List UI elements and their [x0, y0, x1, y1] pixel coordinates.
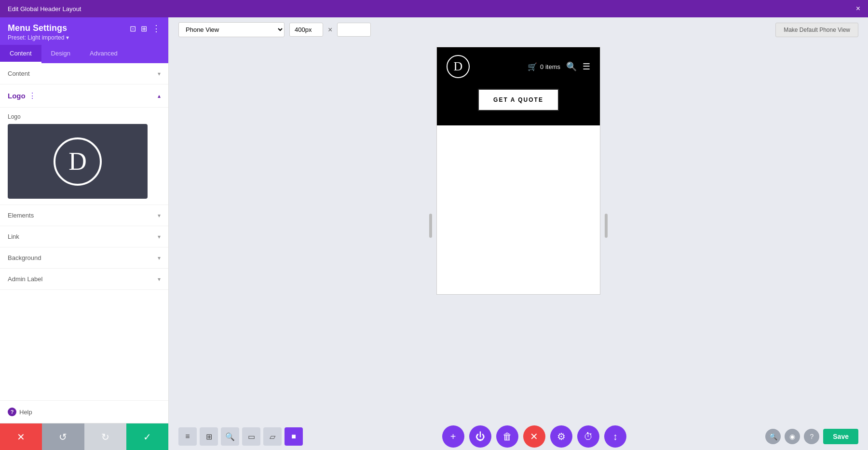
section-elements[interactable]: Elements ▾: [0, 205, 168, 226]
save-button[interactable]: Save: [823, 429, 858, 444]
phone-logo-circle: D: [447, 55, 470, 78]
sidebar: Menu Settings Preset: Light imported ▾ ⊡…: [0, 17, 169, 450]
section-logo-label: Logo: [8, 92, 26, 100]
phone-tool-button[interactable]: ■: [285, 427, 303, 446]
sidebar-title: Menu Settings: [8, 23, 69, 33]
list-tool-button[interactable]: ≡: [178, 427, 197, 446]
tab-advanced[interactable]: Advanced: [80, 45, 127, 63]
more-icon[interactable]: ⋮: [152, 23, 161, 34]
section-content[interactable]: Content ▾: [0, 63, 168, 84]
sidebar-preset: Preset: Light imported ▾: [8, 34, 69, 41]
search-icon[interactable]: 🔍: [566, 61, 577, 72]
add-button[interactable]: +: [442, 425, 464, 448]
settings-icon[interactable]: ⊡: [130, 24, 136, 33]
delete-button[interactable]: 🗑: [496, 425, 518, 448]
section-background[interactable]: Background ▾: [0, 247, 168, 269]
tab-design[interactable]: Design: [41, 45, 80, 63]
section-admin-label[interactable]: Admin Label ▾: [0, 269, 168, 290]
undo-button[interactable]: ↺: [42, 423, 84, 450]
columns-icon[interactable]: ⊞: [141, 24, 147, 33]
bottom-action-bar: ✕ ↺ ↻ ✓: [0, 423, 168, 450]
sidebar-footer: ? Help: [0, 400, 168, 423]
close-button[interactable]: ×: [856, 4, 860, 13]
canvas-area: Phone View Tablet View Desktop View × Ma…: [169, 17, 868, 450]
title-bar: Edit Global Header Layout ×: [0, 0, 868, 17]
canvas-tools-left: ≡ ⊞ 🔍 ▭ ▱ ■: [178, 427, 303, 446]
section-elements-label: Elements: [8, 212, 34, 219]
grid-tool-button[interactable]: ⊞: [200, 427, 218, 446]
cart-count: 0 items: [540, 63, 560, 70]
tabs: Content Design Advanced: [0, 45, 168, 63]
spacer-input[interactable]: [337, 23, 371, 37]
chevron-elements-icon: ▾: [158, 212, 161, 219]
width-input[interactable]: [289, 23, 323, 37]
canvas-toolbar: Phone View Tablet View Desktop View × Ma…: [169, 17, 868, 42]
logo-section: Logo D: [0, 108, 168, 205]
timer-button[interactable]: ⏱: [577, 425, 599, 448]
help-canvas-icon[interactable]: ?: [804, 429, 819, 444]
tab-content[interactable]: Content: [0, 45, 41, 63]
phone-body: [437, 125, 600, 294]
phone-header: D 🛒 0 items 🔍 ☰ GET A QUOTE: [437, 47, 600, 125]
canvas-bottom-toolbar: ≡ ⊞ 🔍 ▭ ▱ ■ + ⏻ 🗑 ✕ ⚙ ⏱ ↕ 🔍 ◉ ?: [169, 423, 868, 450]
make-default-button[interactable]: Make Default Phone View: [775, 23, 858, 37]
quote-button[interactable]: GET A QUOTE: [478, 89, 559, 111]
desktop-tool-button[interactable]: ▭: [242, 427, 260, 446]
chevron-down-icon: ▾: [158, 70, 161, 77]
resize-handle-right[interactable]: [605, 214, 608, 238]
sidebar-header: Menu Settings Preset: Light imported ▾ ⊡…: [0, 17, 168, 45]
logo-field-label: Logo: [8, 113, 161, 120]
settings-button[interactable]: ⚙: [550, 425, 572, 448]
section-link-label: Link: [8, 233, 19, 240]
hamburger-icon[interactable]: ☰: [583, 61, 590, 72]
redo-button[interactable]: ↻: [84, 423, 126, 450]
section-logo[interactable]: Logo ⋮ ▴: [0, 84, 168, 108]
search-tool-button[interactable]: 🔍: [221, 427, 239, 446]
section-logo-more-icon[interactable]: ⋮: [28, 91, 36, 100]
clear-width-button[interactable]: ×: [328, 26, 332, 34]
zoom-icon[interactable]: 🔍: [765, 429, 781, 444]
section-background-label: Background: [8, 254, 41, 261]
logo-d-letter: D: [68, 147, 87, 176]
tablet-tool-button[interactable]: ▱: [263, 427, 282, 446]
close-button-center[interactable]: ✕: [523, 425, 545, 448]
phone-preview: D 🛒 0 items 🔍 ☰ GET A QUOTE: [436, 47, 600, 295]
sidebar-content: Content ▾ Logo ⋮ ▴ Logo D: [0, 63, 168, 400]
chevron-link-icon: ▾: [158, 233, 161, 240]
title-bar-title: Edit Global Header Layout: [8, 5, 81, 13]
cart-text: 🛒 0 items: [528, 62, 560, 71]
section-link[interactable]: Link ▾: [0, 226, 168, 247]
confirm-button[interactable]: ✓: [126, 423, 168, 450]
section-logo-row: Logo ⋮: [8, 91, 36, 100]
help-icon: ?: [8, 408, 16, 416]
canvas-tools-right: 🔍 ◉ ? Save: [765, 429, 858, 444]
circle-icon[interactable]: ◉: [785, 429, 800, 444]
help-label[interactable]: Help: [19, 409, 32, 416]
phone-preview-container: D 🛒 0 items 🔍 ☰ GET A QUOTE: [169, 42, 868, 423]
chevron-background-icon: ▾: [158, 255, 161, 261]
chevron-admin-icon: ▾: [158, 276, 161, 283]
sort-button[interactable]: ↕: [604, 425, 626, 448]
section-admin-label-text: Admin Label: [8, 275, 42, 283]
canvas-tools-center: + ⏻ 🗑 ✕ ⚙ ⏱ ↕: [442, 425, 626, 448]
logo-preview[interactable]: D: [8, 124, 148, 199]
logo-circle: D: [54, 137, 102, 186]
phone-header-right: 🛒 0 items 🔍 ☰: [528, 61, 590, 72]
cancel-button[interactable]: ✕: [0, 423, 42, 450]
main-layout: Menu Settings Preset: Light imported ▾ ⊡…: [0, 17, 868, 450]
sidebar-header-icons: ⊡ ⊞ ⋮: [130, 23, 161, 34]
view-select[interactable]: Phone View Tablet View Desktop View: [178, 22, 285, 37]
power-button[interactable]: ⏻: [469, 425, 491, 448]
section-content-label: Content: [8, 70, 30, 77]
chevron-up-icon: ▴: [158, 93, 161, 99]
resize-handle-left[interactable]: [429, 214, 432, 238]
cart-icon: 🛒: [528, 62, 537, 71]
phone-logo-d: D: [454, 59, 463, 74]
